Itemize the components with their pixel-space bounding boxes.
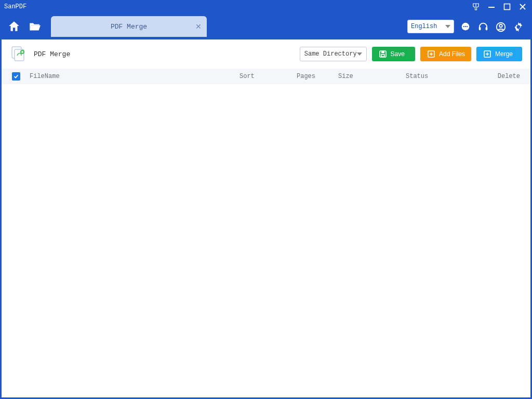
add-icon	[427, 49, 436, 59]
tab-close-icon[interactable]: ✕	[195, 22, 202, 31]
support-icon[interactable]	[476, 20, 490, 34]
column-size[interactable]: Size	[338, 73, 406, 80]
svg-rect-15	[381, 51, 384, 54]
content: PDF Merge Same Directory Save Add Files …	[2, 39, 530, 397]
header: PDF Merge ✕ English	[0, 14, 532, 39]
language-select[interactable]: English	[407, 20, 454, 33]
column-pages[interactable]: Pages	[297, 73, 338, 80]
chevron-down-icon	[445, 25, 450, 28]
page-title: PDF Merge	[34, 50, 70, 58]
tab-label: PDF Merge	[111, 23, 147, 31]
tab-pdf-merge[interactable]: PDF Merge ✕	[51, 16, 207, 37]
language-selected-label: English	[411, 23, 445, 30]
merge-button-label: Merge	[495, 50, 513, 58]
close-icon[interactable]	[516, 1, 529, 13]
merge-button[interactable]: Merge	[476, 47, 522, 61]
output-directory-select[interactable]: Same Directory	[300, 47, 367, 61]
table-body	[2, 84, 530, 397]
svg-point-10	[517, 25, 520, 29]
column-status[interactable]: Status	[406, 73, 484, 80]
add-files-button[interactable]: Add Files	[420, 47, 471, 61]
column-delete[interactable]: Delete	[484, 73, 520, 80]
pdf-merge-icon	[10, 45, 28, 63]
svg-point-4	[465, 26, 466, 27]
svg-point-3	[463, 26, 464, 27]
svg-point-9	[499, 24, 502, 28]
open-folder-icon[interactable]	[27, 19, 43, 34]
svg-rect-6	[479, 27, 481, 30]
output-directory-label: Same Directory	[304, 50, 357, 58]
svg-rect-0	[488, 7, 495, 8]
svg-rect-1	[504, 4, 510, 10]
theme-icon[interactable]	[470, 1, 482, 13]
home-icon[interactable]	[6, 19, 22, 34]
account-icon[interactable]	[494, 20, 508, 34]
svg-rect-7	[486, 27, 488, 30]
feedback-icon[interactable]	[458, 20, 473, 34]
save-button[interactable]: Save	[372, 47, 415, 61]
maximize-icon[interactable]	[501, 1, 513, 13]
svg-rect-16	[381, 55, 384, 57]
toolbar: PDF Merge Same Directory Save Add Files …	[2, 39, 530, 69]
column-filename[interactable]: FileName	[30, 73, 240, 80]
add-files-button-label: Add Files	[439, 50, 465, 58]
save-button-label: Save	[391, 50, 405, 58]
save-icon	[378, 49, 388, 59]
svg-point-5	[467, 26, 468, 27]
settings-icon[interactable]	[511, 20, 526, 34]
minimize-icon[interactable]	[485, 1, 498, 13]
titlebar: SanPDF	[0, 0, 532, 14]
column-sort[interactable]: Sort	[240, 73, 297, 80]
chevron-down-icon	[357, 52, 362, 56]
app-title: SanPDF	[4, 3, 26, 10]
table-header: FileName Sort Pages Size Status Delete	[2, 69, 530, 84]
merge-icon	[483, 49, 492, 59]
select-all-checkbox[interactable]	[12, 72, 20, 81]
